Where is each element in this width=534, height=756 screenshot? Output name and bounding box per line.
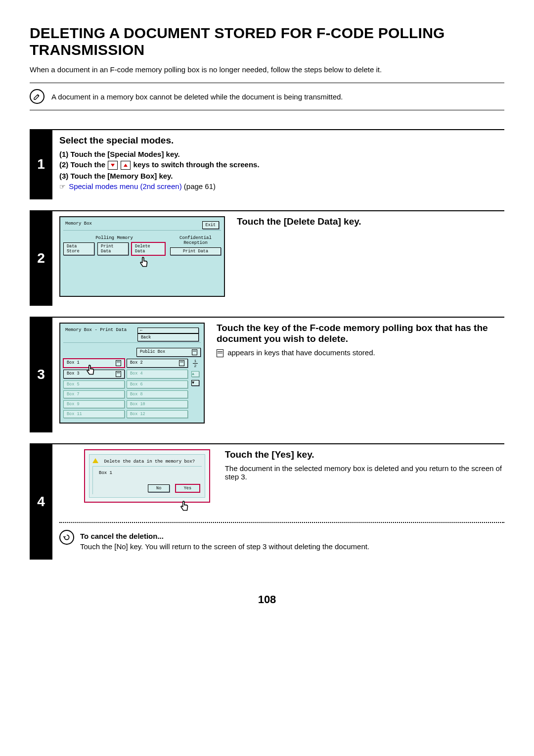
box-button[interactable]: Box 2: [127, 359, 188, 368]
box-button[interactable]: Box 4: [127, 370, 188, 378]
back-button[interactable]: Back: [137, 333, 199, 341]
back-arrow-icon[interactable]: ←: [137, 328, 199, 333]
step-number: 3: [30, 317, 52, 432]
page-number: 108: [30, 593, 504, 606]
step-3: 3 Memory Box - Print Data ← Back Public …: [30, 317, 504, 432]
step-3-title: Touch the key of the F-code memory polli…: [217, 323, 504, 344]
touch-hand-icon: [178, 501, 213, 515]
yes-button[interactable]: Yes: [176, 484, 200, 492]
note-callout: A document in a memory box cannot be del…: [30, 83, 504, 110]
cancel-back-icon: [59, 530, 74, 545]
step-4: 4 Delete the data in the memory box? Box…: [30, 443, 504, 560]
arrow-up-key-icon: [121, 161, 131, 170]
cancel-body: Touch the [No] key. You will return to t…: [80, 542, 369, 551]
box-button[interactable]: Box 12: [127, 410, 188, 418]
document-stored-icon: [179, 360, 184, 366]
data-store-button[interactable]: Data Store: [63, 242, 94, 255]
delete-data-button[interactable]: Delete Data: [132, 242, 165, 255]
lcd-screen-title: Memory Box: [65, 221, 92, 229]
step-3-desc: appears in keys that have documents stor…: [217, 348, 504, 357]
step-1-title: Select the special modes.: [59, 135, 504, 146]
dialog-box-name: Box 1: [99, 471, 200, 475]
document-stored-icon: [217, 349, 223, 357]
step-1-line-1: (1) Touch the [Special Modes] key.: [59, 150, 504, 158]
page-up-button[interactable]: ▲: [191, 371, 199, 377]
warning-icon: [92, 458, 98, 463]
step-number: 4: [30, 443, 52, 560]
cancel-title: To cancel the deletion...: [80, 532, 369, 540]
lcd-screen-title: Memory Box - Print Data: [65, 328, 127, 341]
box-button[interactable]: Box 9: [63, 400, 125, 408]
step-2-title: Touch the [Delete Data] key.: [237, 216, 361, 227]
memory-box-screen: Memory Box Exit Polling Memory Data Stor…: [59, 216, 225, 297]
step-2: 2 Memory Box Exit Polling Memory Data St…: [30, 210, 504, 306]
polling-memory-label: Polling Memory: [63, 236, 165, 240]
divider: [59, 522, 504, 523]
print-data-box-list-screen: Memory Box - Print Data ← Back Public Bo…: [59, 323, 205, 424]
touch-hand-icon: [137, 257, 165, 271]
page-down-button[interactable]: ▼: [191, 380, 199, 386]
pager: 1 2 ▲ ▼: [190, 359, 201, 418]
box-button[interactable]: Box 5: [63, 380, 125, 388]
print-data-confidential-button[interactable]: Print Data: [170, 247, 221, 255]
step-4-desc: The document in the selected memory box …: [225, 464, 504, 481]
note-text: A document in a memory box cannot be del…: [51, 93, 343, 101]
step-number: 1: [30, 129, 52, 199]
public-box-button[interactable]: Public Box: [136, 348, 201, 357]
box-button[interactable]: Box 8: [127, 390, 188, 398]
step-1-line-3: (3) Touch the [Memory Box] key.: [59, 172, 504, 180]
box-button[interactable]: Box 6: [127, 380, 188, 388]
step-1: 1 Select the special modes. (1) Touch th…: [30, 129, 504, 199]
step-4-title: Touch the [Yes] key.: [225, 449, 504, 460]
box-button[interactable]: Box 11: [63, 410, 125, 418]
exit-button[interactable]: Exit: [202, 221, 219, 229]
dialog-message: Delete the data in the memory box?: [104, 459, 195, 464]
confidential-reception-label: Confidential Reception: [170, 236, 221, 245]
intro-text: When a document in an F-code memory poll…: [30, 65, 504, 74]
print-data-button[interactable]: Print Data: [97, 242, 129, 255]
no-button[interactable]: No: [148, 484, 170, 492]
step-number: 2: [30, 210, 52, 306]
delete-confirm-dialog: Delete the data in the memory box? Box 1…: [84, 449, 210, 503]
document-stored-icon: [192, 349, 197, 355]
pointer-icon: ☞: [59, 183, 66, 190]
step-1-link[interactable]: ☞ Special modes menu (2nd screen) (page …: [59, 182, 504, 190]
pencil-note-icon: [30, 89, 44, 104]
step-1-line-2: (2) Touch the keys to switch through the…: [59, 160, 504, 170]
page-title: DELETING A DOCUMENT STORED FOR F-CODE PO…: [30, 25, 504, 58]
document-stored-icon: [116, 360, 121, 366]
box-button[interactable]: Box 10: [127, 400, 188, 408]
document-stored-icon: [116, 371, 121, 377]
arrow-down-key-icon: [108, 161, 118, 170]
box-button[interactable]: Box 7: [63, 390, 125, 398]
